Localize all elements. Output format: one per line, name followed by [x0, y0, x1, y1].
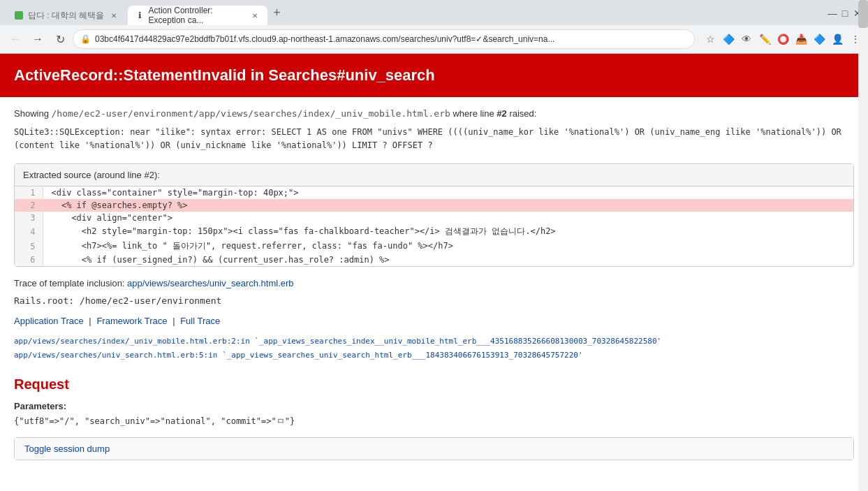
showing-line: Showing /home/ec2-user/environment/app/v…: [14, 108, 854, 119]
params-label: Parameters:: [14, 401, 854, 411]
back-button[interactable]: ←: [6, 29, 25, 49]
error-message: SQLite3::SQLException: near "ilike": syn…: [14, 126, 854, 152]
template-trace-prefix: Trace of template inclusion:: [14, 278, 127, 288]
raised-text: raised:: [507, 108, 537, 119]
rails-root: Rails.root: /home/ec2-user/environment: [14, 295, 854, 306]
line-num-5: 5: [15, 239, 43, 254]
code-1: <div class="container" style="margin-top…: [43, 186, 853, 199]
application-trace-link[interactable]: Application Trace: [14, 316, 84, 326]
page-content: ActiveRecord::StatementInvalid in Search…: [0, 54, 868, 471]
code-3: <div align="center">: [43, 212, 853, 224]
tab-2[interactable]: ℹ Action Controller: Exception ca... ✕: [128, 6, 267, 25]
full-trace-link[interactable]: Full Trace: [180, 316, 220, 326]
template-trace-link[interactable]: app/views/searches/univ_search.html.erb: [127, 278, 293, 288]
lock-icon: 🔒: [80, 34, 91, 44]
framework-trace-link[interactable]: Framework Trace: [96, 316, 167, 326]
code-4: <h2 style="margin-top: 150px"><i class="…: [43, 224, 853, 239]
bookmark-icon[interactable]: ☆: [703, 32, 717, 46]
line-num-4: 4: [15, 224, 43, 239]
trace-links: Application Trace | Framework Trace | Fu…: [14, 316, 854, 326]
source-box: Extracted source (around line #2): 1 <di…: [14, 163, 854, 267]
browser-chrome: 답다 : 대학의 혜택을 ✕ ℹ Action Controller: Exce…: [0, 0, 868, 54]
toggle-section: Toggle session dump: [14, 437, 854, 460]
extension5-icon[interactable]: 📥: [794, 32, 808, 46]
trace-file-link-1[interactable]: app/views/searches/index/_univ_mobile.ht…: [14, 337, 661, 346]
source-line-6: 6 <% if (user_signed_in?) && (current_us…: [15, 254, 853, 266]
line-num-1: 1: [15, 186, 43, 199]
tab1-label: 답다 : 대학의 혜택을: [28, 10, 104, 22]
rails-root-label: Rails.root:: [14, 295, 80, 306]
nav-bar: ← → ↻ 🔒 03bc4f6417d44829ac97e2bddfb7b01f…: [0, 25, 868, 53]
source-line-2: 2 <% if @searches.empty? %>: [15, 199, 853, 212]
extension3-icon[interactable]: ✏️: [758, 32, 772, 46]
address-text: 03bc4f6417d44829ac97e2bddfb7b01f.vfs.clo…: [95, 34, 687, 44]
tab2-favicon: ℹ: [136, 10, 144, 20]
source-line-4: 4 <h2 style="margin-top: 150px"><i class…: [15, 224, 853, 239]
request-section-title: Request: [14, 376, 854, 393]
template-trace: Trace of template inclusion: app/views/s…: [14, 278, 854, 288]
error-body: Showing /home/ec2-user/environment/app/v…: [0, 97, 868, 471]
trace-files: app/views/searches/index/_univ_mobile.ht…: [14, 335, 854, 362]
source-header: Extracted source (around line #2):: [15, 164, 853, 186]
nav-icons: ☆ 🔷 👁 ✏️ ⭕ 📥 🔷 👤 ⋮: [703, 32, 862, 46]
profile-icon[interactable]: 👤: [830, 32, 844, 46]
scrollbar-track[interactable]: [858, 0, 868, 471]
line-number: #2: [496, 108, 506, 119]
params-value: {"utf8"=>"/", "search_univ"=>"national",…: [14, 416, 854, 427]
error-header: ActiveRecord::StatementInvalid in Search…: [0, 54, 868, 97]
showing-prefix: Showing: [14, 108, 51, 119]
separator-1: |: [89, 316, 91, 326]
tab1-close[interactable]: ✕: [108, 10, 119, 21]
tab-1[interactable]: 답다 : 대학의 혜택을 ✕: [6, 6, 128, 25]
forward-button[interactable]: →: [28, 29, 47, 49]
showing-suffix: where line: [450, 108, 496, 119]
scrollbar-thumb[interactable]: [858, 0, 868, 28]
minimize-button[interactable]: —: [827, 8, 837, 17]
code-5: <h7><%= link_to " 돌아가기", request.referre…: [43, 239, 853, 254]
extension1-icon[interactable]: 🔷: [721, 32, 735, 46]
reload-button[interactable]: ↻: [50, 29, 70, 49]
toggle-session-link[interactable]: Toggle session dump: [24, 444, 110, 454]
source-line-3: 3 <div align="center">: [15, 212, 853, 224]
trace-file-1: app/views/searches/index/_univ_mobile.ht…: [14, 335, 854, 349]
source-table: 1 <div class="container" style="margin-t…: [15, 186, 853, 266]
source-line-5: 5 <h7><%= link_to " 돌아가기", request.refer…: [15, 239, 853, 254]
separator-2: |: [172, 316, 175, 326]
tab2-label: Action Controller: Exception ca...: [149, 6, 247, 25]
line-num-2: 2: [15, 199, 43, 212]
trace-file-2: app/views/searches/univ_search.html.erb:…: [14, 349, 854, 362]
line-num-6: 6: [15, 254, 43, 266]
code-2: <% if @searches.empty? %>: [43, 199, 853, 212]
address-bar[interactable]: 🔒 03bc4f6417d44829ac97e2bddfb7b01f.vfs.c…: [73, 29, 695, 49]
line-num-3: 3: [15, 212, 43, 224]
trace-file-link-2[interactable]: app/views/searches/univ_search.html.erb:…: [14, 351, 583, 360]
new-tab-button[interactable]: +: [267, 6, 286, 20]
title-bar: 답다 : 대학의 혜택을 ✕ ℹ Action Controller: Exce…: [0, 0, 868, 25]
error-title: ActiveRecord::StatementInvalid in Search…: [14, 66, 854, 85]
window-controls: — □ ✕: [827, 8, 862, 17]
maximize-button[interactable]: □: [840, 8, 850, 17]
extension4-icon[interactable]: ⭕: [776, 32, 790, 46]
code-6: <% if (user_signed_in?) && (current_user…: [43, 254, 853, 266]
showing-path: /home/ec2-user/environment/app/views/sea…: [51, 108, 450, 119]
tab1-favicon: [14, 10, 24, 20]
extension2-icon[interactable]: 👁: [740, 32, 753, 46]
source-line-1: 1 <div class="container" style="margin-t…: [15, 186, 853, 199]
tab2-close[interactable]: ✕: [250, 10, 259, 21]
toggle-header: Toggle session dump: [15, 438, 853, 460]
extension6-icon[interactable]: 🔷: [812, 32, 826, 46]
rails-root-path: /home/ec2-user/environment: [80, 295, 222, 306]
